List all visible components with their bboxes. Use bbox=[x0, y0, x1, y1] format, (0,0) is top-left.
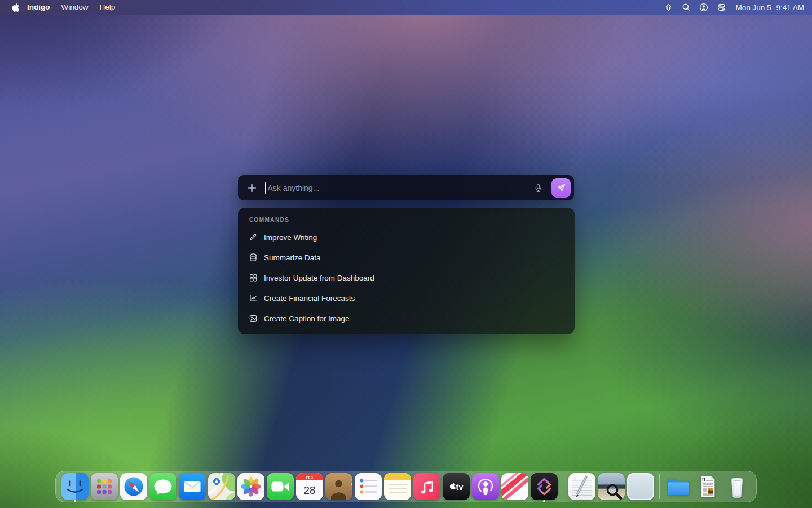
dock-icon-launchpad[interactable] bbox=[91, 473, 118, 500]
dock-icon-mail[interactable] bbox=[179, 473, 206, 500]
calendar-month: FEB bbox=[306, 476, 313, 479]
running-indicator bbox=[543, 500, 545, 502]
mic-icon bbox=[533, 183, 543, 193]
commands-header: COMMANDS bbox=[249, 217, 564, 223]
dock-icon-blank-app[interactable] bbox=[627, 473, 654, 500]
user-account-icon[interactable] bbox=[699, 3, 708, 12]
dock-icon-document[interactable]: H bbox=[694, 473, 721, 500]
dock-icon-preview[interactable] bbox=[598, 473, 625, 500]
grid-icon bbox=[249, 273, 258, 282]
dock: FEB 28 bbox=[55, 471, 757, 502]
dock-icon-messages[interactable] bbox=[149, 473, 176, 500]
command-caption-image[interactable]: Create Caption for Image bbox=[249, 308, 564, 329]
dock-separator bbox=[659, 474, 660, 499]
command-label: Create Caption for Image bbox=[264, 314, 350, 323]
apple-menu[interactable] bbox=[11, 3, 19, 12]
commands-panel: COMMANDS Improve Writing Summarize Data bbox=[238, 208, 575, 334]
clock-time: 9:41 AM bbox=[776, 3, 804, 12]
command-financial-forecasts[interactable]: Create Financial Forecasts bbox=[249, 288, 564, 308]
indigo-status-icon[interactable] bbox=[664, 3, 673, 12]
dock-icon-podcasts[interactable] bbox=[472, 473, 499, 500]
dock-icon-reminders[interactable] bbox=[355, 473, 382, 500]
desktop: Indigo Window Help bbox=[0, 0, 812, 508]
dock-icon-facetime[interactable] bbox=[267, 473, 294, 500]
dock-icon-trash[interactable] bbox=[723, 473, 751, 500]
calendar-day: 28 bbox=[303, 484, 315, 496]
apple-tv-label: tv bbox=[456, 483, 464, 492]
line-chart-icon bbox=[249, 294, 258, 303]
command-investor-update[interactable]: Investor Update from Dashboard bbox=[249, 268, 564, 288]
dock-icon-textedit[interactable] bbox=[568, 473, 595, 500]
command-label: Improve Writing bbox=[264, 233, 317, 242]
dock-icon-indigo[interactable] bbox=[531, 473, 558, 500]
dock-icon-folder[interactable] bbox=[665, 473, 692, 500]
command-improve-writing[interactable]: Improve Writing bbox=[249, 227, 564, 247]
add-attachment-button[interactable] bbox=[246, 182, 258, 194]
dock-icon-news[interactable] bbox=[501, 473, 528, 500]
dock-icon-contacts[interactable] bbox=[325, 473, 352, 500]
dock-icon-calendar[interactable]: FEB 28 bbox=[296, 473, 323, 500]
dock-icon-safari[interactable] bbox=[120, 473, 147, 500]
dock-icon-photos[interactable] bbox=[237, 473, 264, 500]
image-icon bbox=[249, 314, 258, 323]
menu-window[interactable]: Window bbox=[56, 0, 94, 15]
command-label: Create Financial Forecasts bbox=[264, 294, 355, 303]
menu-bar-left: Indigo Window Help bbox=[8, 0, 121, 15]
apple-logo-icon bbox=[11, 3, 19, 12]
database-icon bbox=[249, 253, 258, 262]
assistant-input-bar bbox=[238, 175, 574, 200]
assistant-input[interactable] bbox=[266, 183, 533, 192]
send-button[interactable] bbox=[551, 178, 571, 198]
menu-bar-clock[interactable]: Mon Jun 5 9:41 AM bbox=[735, 3, 804, 12]
dock-icon-apple-tv[interactable]: tv bbox=[443, 473, 470, 500]
search-icon[interactable] bbox=[682, 3, 691, 12]
menu-app-name[interactable]: Indigo bbox=[21, 0, 56, 15]
menu-help[interactable]: Help bbox=[94, 0, 121, 15]
menu-bar: Indigo Window Help bbox=[0, 0, 812, 15]
dock-icon-finder[interactable] bbox=[61, 473, 89, 500]
control-center-icon[interactable] bbox=[717, 3, 726, 12]
dock-icon-maps[interactable] bbox=[208, 473, 235, 500]
send-icon bbox=[557, 183, 566, 192]
command-label: Investor Update from Dashboard bbox=[264, 274, 374, 282]
pencil-icon bbox=[249, 233, 258, 242]
svg-text:H: H bbox=[702, 478, 706, 483]
dock-icon-music[interactable] bbox=[413, 473, 440, 500]
plus-icon bbox=[248, 183, 257, 192]
menu-bar-status bbox=[664, 3, 726, 12]
clock-date: Mon Jun 5 bbox=[735, 3, 771, 12]
command-label: Summarize Data bbox=[264, 253, 321, 262]
command-summarize-data[interactable]: Summarize Data bbox=[249, 247, 564, 268]
voice-input-button[interactable] bbox=[532, 182, 544, 194]
dock-separator bbox=[563, 474, 563, 499]
dock-icon-notes[interactable] bbox=[384, 473, 411, 500]
running-indicator bbox=[74, 500, 76, 502]
